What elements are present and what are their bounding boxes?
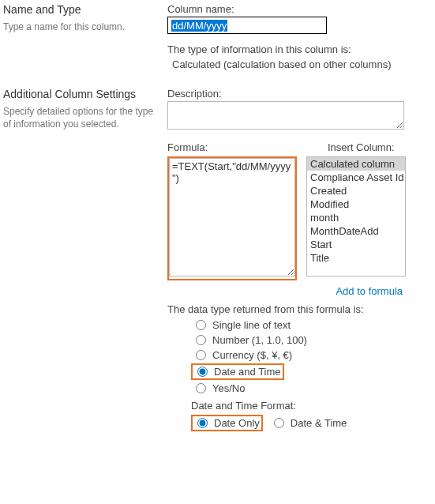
date-time-format-label: Date and Time Format: bbox=[191, 400, 429, 412]
col-option-compliance[interactable]: Compliance Asset Id bbox=[307, 171, 405, 184]
radio-datetime-highlight: Date and Time bbox=[191, 363, 284, 380]
radio-yesno[interactable] bbox=[196, 383, 206, 393]
description-label: Description: bbox=[167, 88, 429, 100]
add-to-formula-link[interactable]: Add to formula bbox=[167, 285, 403, 297]
formula-highlight bbox=[167, 156, 297, 280]
col-option-start[interactable]: Start bbox=[307, 238, 405, 251]
insert-column-label: Insert Column: bbox=[328, 141, 429, 153]
radio-date-and-time[interactable] bbox=[274, 418, 284, 428]
radio-currency[interactable] bbox=[196, 350, 206, 360]
radio-currency-label: Currency ($, ¥, €) bbox=[212, 349, 292, 361]
col-option-modified[interactable]: Modified bbox=[307, 197, 405, 211]
radio-yesno-label: Yes/No bbox=[212, 382, 245, 394]
type-info-value: Calculated (calculation based on other c… bbox=[172, 58, 429, 70]
radio-date-and-time-label: Date & Time bbox=[291, 417, 347, 429]
type-info-label: The type of information in this column i… bbox=[167, 43, 429, 55]
radio-datetime-label: Date and Time bbox=[214, 366, 281, 378]
column-name-value: dd/MM/yyyy bbox=[171, 20, 227, 32]
section-name-type-title: Name and Type bbox=[3, 3, 159, 16]
section-name-type-sub: Type a name for this column. bbox=[3, 21, 159, 33]
column-name-label: Column name: bbox=[167, 3, 429, 15]
description-textarea[interactable] bbox=[167, 101, 404, 130]
radio-dateonly-highlight: Date Only bbox=[191, 415, 263, 431]
radio-date-only[interactable] bbox=[197, 418, 208, 428]
radio-single-line[interactable] bbox=[196, 320, 206, 330]
col-option-calculated[interactable]: Calculated column bbox=[307, 157, 405, 171]
radio-datetime[interactable] bbox=[197, 367, 208, 377]
col-option-month[interactable]: month bbox=[307, 211, 405, 224]
col-option-title[interactable]: Title bbox=[307, 251, 405, 265]
section-additional-sub: Specify detailed options for the type of… bbox=[3, 105, 159, 130]
col-option-created[interactable]: Created bbox=[307, 184, 405, 197]
col-option-monthdateadd[interactable]: MonthDateAdd bbox=[307, 224, 405, 238]
radio-number-label: Number (1, 1.0, 100) bbox=[212, 334, 307, 346]
radio-single-line-label: Single line of text bbox=[212, 319, 291, 331]
formula-label: Formula: bbox=[167, 141, 208, 153]
section-additional-title: Additional Column Settings bbox=[3, 88, 159, 100]
radio-date-only-label: Date Only bbox=[214, 417, 260, 429]
radio-number[interactable] bbox=[196, 335, 206, 345]
data-type-label: The data type returned from this formula… bbox=[167, 303, 429, 315]
formula-textarea[interactable] bbox=[169, 158, 295, 276]
column-name-input[interactable]: dd/MM/yyyy bbox=[167, 17, 327, 34]
insert-column-list[interactable]: Calculated column Compliance Asset Id Cr… bbox=[306, 156, 406, 276]
